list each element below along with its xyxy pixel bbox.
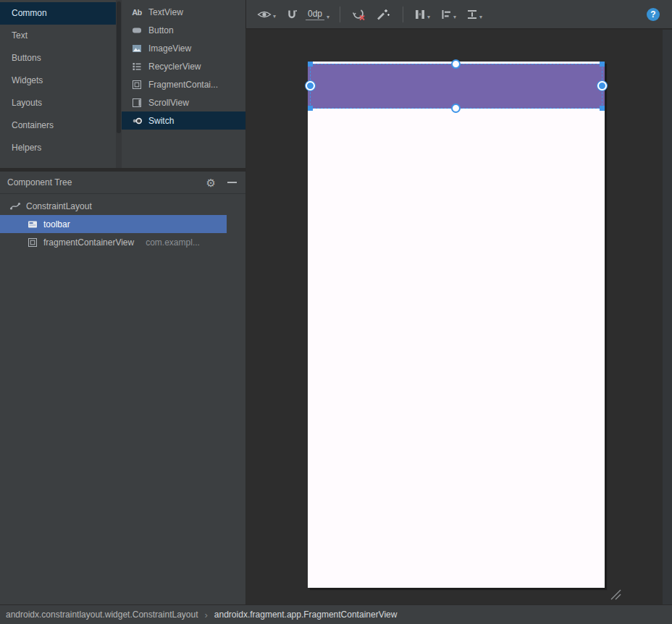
tree-item-label: toolbar (43, 219, 70, 229)
component-tree-panel: Component Tree ⚙ ConstraintLayout toolba… (0, 172, 245, 604)
chevron-down-icon: ▾ (273, 14, 276, 20)
tree-item-constraintlayout[interactable]: ConstraintLayout (0, 197, 245, 215)
design-surface-toolbar: ▾ 0dp ▾ (245, 0, 672, 29)
palette-item-recyclerview[interactable]: RecyclerView (122, 57, 245, 75)
palette-item-label: FragmentContai... (148, 80, 218, 90)
palette-scrollbar-thumb[interactable] (117, 1, 121, 133)
toolbar-separator (403, 7, 403, 22)
palette-item-button[interactable]: Button (122, 21, 245, 39)
infer-constraints-button[interactable] (374, 6, 392, 23)
component-tree-list: ConstraintLayout toolbar fragmentContain… (0, 194, 245, 251)
surface-resize-grip[interactable] (607, 589, 621, 600)
palette-item-scrollview[interactable]: ScrollView (122, 93, 245, 111)
palette-scrollbar[interactable] (116, 0, 122, 168)
tree-item-toolbar[interactable]: toolbar (0, 215, 227, 233)
resize-handle-bottom-right[interactable] (600, 106, 605, 111)
palette-item-label: Switch (148, 116, 174, 126)
tree-item-label: ConstraintLayout (26, 201, 92, 211)
palette-item-label: ImageView (148, 43, 191, 54)
clear-constraints-button[interactable] (349, 6, 368, 23)
palette-category-widgets[interactable]: Widgets (0, 69, 116, 92)
palette-panel: Common Text Buttons Widgets Layouts Cont… (0, 0, 245, 168)
imageview-icon (131, 43, 143, 54)
palette-category-buttons[interactable]: Buttons (0, 47, 116, 69)
constraint-anchor-top[interactable] (451, 59, 461, 69)
constraint-anchor-right[interactable] (597, 81, 607, 90)
canvas-vertical-scrollbar[interactable] (663, 30, 672, 604)
palette-category-list: Common Text Buttons Widgets Layouts Cont… (0, 0, 116, 168)
component-tree-header: Component Tree ⚙ (0, 172, 245, 194)
fragment-container-icon (131, 79, 143, 90)
palette-category-text[interactable]: Text (0, 25, 116, 47)
palette-category-containers[interactable]: Containers (0, 114, 116, 137)
android-studio-layout-editor: Common Text Buttons Widgets Layouts Cont… (0, 0, 672, 624)
hide-panel-icon[interactable] (227, 182, 237, 183)
align-icon (440, 9, 452, 20)
component-tree-title: Component Tree (7, 177, 72, 187)
magic-wand-icon (376, 8, 390, 21)
tree-item-fragmentcontainerview[interactable]: fragmentContainerView com.exampl... (0, 233, 245, 251)
palette-category-common[interactable]: Common (0, 2, 116, 25)
autoconnect-magnet-button[interactable] (284, 7, 300, 22)
textview-icon: Ab (131, 7, 143, 18)
magnet-icon (286, 9, 298, 20)
fragment-container-icon (27, 237, 38, 248)
selection-border (310, 64, 602, 109)
device-screen[interactable] (308, 62, 605, 588)
breadcrumb: androidx.constraintlayout.widget.Constra… (0, 604, 672, 624)
resize-handle-top-left[interactable] (308, 62, 313, 67)
clear-constraints-icon (351, 8, 366, 21)
design-canvas[interactable] (246, 30, 672, 604)
align-button[interactable]: ▾ (438, 7, 458, 22)
palette-component-list: Ab TextView Button ImageView (122, 0, 245, 168)
palette-item-fragmentcontainerview[interactable]: FragmentContai... (122, 75, 245, 93)
breadcrumb-fragmentcontainerview[interactable]: androidx.fragment.app.FragmentContainerV… (214, 610, 398, 620)
switch-icon (131, 115, 143, 127)
palette-item-label: TextView (148, 7, 183, 17)
chevron-down-icon: ▾ (479, 14, 482, 20)
pack-button[interactable]: ▾ (412, 7, 432, 22)
palette-item-switch[interactable]: Switch (122, 111, 245, 130)
constraintlayout-icon (9, 201, 21, 212)
button-icon (131, 25, 143, 36)
palette-category-helpers[interactable]: Helpers (0, 137, 116, 159)
constraint-anchor-bottom[interactable] (451, 104, 461, 113)
pack-icon (414, 9, 426, 20)
recyclerview-icon (131, 61, 143, 72)
distribute-icon (466, 9, 478, 20)
palette-item-label: Button (148, 25, 174, 35)
resize-handle-bottom-left[interactable] (308, 106, 313, 111)
settings-gear-icon[interactable]: ⚙ (206, 177, 216, 188)
palette-item-textview[interactable]: Ab TextView (122, 3, 245, 21)
breadcrumb-separator-icon: › (205, 610, 208, 620)
tree-item-classname: com.exampl... (146, 237, 200, 248)
constraint-anchor-left[interactable] (306, 81, 315, 90)
chevron-down-icon: ▾ (427, 14, 430, 20)
view-options-button[interactable]: ▾ (255, 7, 278, 22)
toolbar-separator (340, 7, 340, 22)
palette-item-imageview[interactable]: ImageView (122, 39, 245, 57)
breadcrumb-constraintlayout[interactable]: androidx.constraintlayout.widget.Constra… (6, 610, 198, 620)
chevron-down-icon: ▾ (327, 14, 329, 20)
eye-icon (257, 9, 272, 20)
palette-item-label: ScrollView (148, 98, 189, 108)
palette-category-layouts[interactable]: Layouts (0, 92, 116, 114)
palette-item-label: RecyclerView (148, 62, 201, 72)
chevron-down-icon: ▾ (453, 14, 456, 20)
help-button[interactable]: ? (647, 8, 660, 21)
scrollview-icon (131, 97, 143, 109)
tree-item-label: fragmentContainerView (43, 237, 134, 248)
distribute-button[interactable]: ▾ (464, 7, 484, 22)
default-margin-value[interactable]: 0dp (306, 9, 324, 20)
default-margin-control[interactable]: 0dp ▾ (306, 9, 329, 20)
resize-handle-top-right[interactable] (600, 62, 605, 67)
toolbar-widget-icon (27, 219, 38, 230)
